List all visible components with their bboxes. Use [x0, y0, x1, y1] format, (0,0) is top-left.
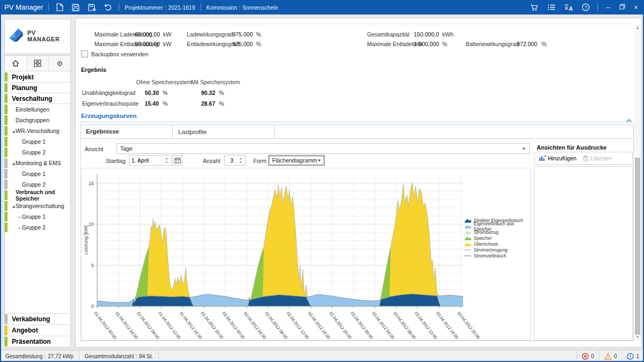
sidebar-item-angebot[interactable]: Angebot — [5, 324, 70, 336]
backupbox-checkbox-row[interactable]: Backupbox verwenden — [81, 50, 148, 57]
tree-item-verschaltung[interactable]: Verschaltung — [5, 93, 70, 104]
help-icon[interactable]: ? — [580, 3, 591, 12]
divider — [80, 122, 634, 122]
tree-item-strangverschaltung[interactable]: ◢Strangverschaltung — [5, 201, 70, 211]
field-value[interactable]: 60.000,00 — [108, 31, 160, 38]
collapse-arrow-icon[interactable]: ◢ — [11, 161, 16, 165]
undo-icon[interactable] — [103, 3, 113, 12]
tab-ergebnisse[interactable]: Ergebnisse — [80, 125, 173, 138]
warning-count: 0 — [614, 353, 617, 359]
tree-item-einstellungen[interactable]: Einstellungen — [5, 104, 70, 115]
tab-lastprofile[interactable]: Lastprofile — [173, 125, 275, 138]
module-count-cell: Gesamtmodulanzahl : 84 St. — [79, 350, 159, 362]
anzahl-spinner[interactable]: ▲▼ — [238, 157, 243, 164]
area-swatch-icon — [464, 230, 472, 235]
collapse-arrow-icon[interactable]: ◢ — [11, 129, 16, 133]
tree-item-gruppe-1[interactable]: ▷Gruppe 1 — [5, 211, 70, 222]
starttag-label: Starttag — [106, 158, 126, 164]
tree-item-verbrauch-und-speicher[interactable]: Verbrauch und Speicher — [5, 190, 70, 201]
cart-icon[interactable] — [529, 3, 539, 12]
legend-item: Stromverbrauch — [464, 253, 530, 258]
collapse-chevron-icon[interactable] — [626, 115, 632, 124]
warning-icon — [604, 353, 612, 360]
tree-item-label: Strangverschaltung — [16, 203, 64, 209]
anzahl-input[interactable]: 3 ▲▼ — [224, 155, 246, 166]
tree-item-projekt[interactable]: Projekt — [5, 72, 70, 83]
legend-label: Speicher — [474, 235, 492, 241]
status-bar: Gesamtleistung : 27,72 kWp Gesamtmodulan… — [0, 350, 644, 362]
tree-item-dachgruppen[interactable]: Dachgruppen — [5, 115, 70, 125]
tab-home[interactable] — [5, 56, 27, 71]
info-icon — [627, 353, 634, 360]
x-axis-tick-label: 01.04.2012 04:00 — [114, 311, 139, 340]
delete-view-button[interactable]: Löschen — [583, 155, 612, 161]
info-counter[interactable]: 1 — [621, 350, 644, 362]
tree-item-gruppe-2[interactable]: Gruppe 2 — [5, 147, 70, 158]
calendar-icon[interactable] — [173, 155, 182, 166]
field-value[interactable]: 975.000 — [204, 31, 253, 38]
field-value[interactable]: 975.000 — [204, 41, 253, 47]
restore-button[interactable] — [618, 4, 626, 11]
scroll-up-icon[interactable]: ▲ — [634, 25, 641, 31]
error-counter[interactable]: 0 — [576, 350, 599, 362]
expand-arrow-icon[interactable]: ▷ — [18, 226, 22, 230]
form-combobox[interactable]: Flächendiagramm ▼ — [268, 155, 325, 166]
tab-modules[interactable] — [27, 56, 49, 71]
field-unit: % — [442, 41, 447, 47]
field-value[interactable]: 150.000,0 — [387, 31, 439, 38]
collapse-arrow-icon[interactable]: ◢ — [11, 204, 16, 208]
sidebar-item-präsentation[interactable]: Präsentation — [5, 336, 70, 347]
status-indicator — [5, 190, 8, 200]
field-value[interactable]: 60.000,00 — [108, 41, 160, 47]
x-axis-tick-label: 03.04.2012 16:00 — [435, 311, 460, 340]
ansicht-combobox[interactable]: Tage ▼ — [116, 143, 530, 154]
new-document-icon[interactable] — [54, 3, 65, 12]
tree-item-gruppe-2[interactable]: Gruppe 2 — [5, 179, 70, 190]
error-icon — [582, 353, 589, 360]
form-label: Form — [253, 158, 267, 164]
print-views-list[interactable] — [534, 166, 633, 341]
legend-label: Stromverbrauch — [474, 253, 506, 258]
status-indicator — [5, 105, 8, 114]
x-axis-tick-label: 02.04.2012 00:00 — [221, 311, 246, 340]
erzeugungskurven-link[interactable]: Erzeugungskurven — [81, 113, 137, 119]
column-header-mit: Mit Speichersystem — [191, 79, 240, 85]
scroll-down-icon[interactable]: ▼ — [634, 334, 641, 341]
starttag-spinner[interactable]: ▲▼ — [164, 157, 169, 164]
status-indicator — [5, 72, 8, 82]
save-icon[interactable] — [70, 3, 81, 12]
tree-item-gruppe-2[interactable]: ▷Gruppe 2 — [5, 222, 70, 233]
result-unit: % — [219, 90, 224, 96]
field-value[interactable]: 972.000 — [484, 41, 537, 47]
tab-settings[interactable]: ⚙ — [49, 56, 70, 71]
field-value[interactable]: 1.000.000 — [387, 41, 439, 47]
expand-arrow-icon[interactable]: ▷ — [18, 215, 22, 219]
x-axis-tick-label: 03.04.2012 20:00 — [456, 311, 481, 340]
sidebar-item-verkabelung[interactable]: Verkabelung — [5, 313, 70, 324]
x-axis-tick-label: 02.04.2012 08:00 — [264, 311, 289, 340]
x-axis-tick-label: 02.04.2012 12:00 — [286, 311, 310, 340]
navigation-panel: ⚙ ProjektPlanungVerschaltungEinstellunge… — [4, 55, 71, 323]
tree-item-gruppe-1[interactable]: Gruppe 1 — [5, 136, 70, 147]
save-as-icon[interactable] — [86, 3, 97, 12]
backupbox-checkbox[interactable] — [81, 50, 88, 57]
sidebar: PV MANAGER ⚙ ProjektPlanungVerschaltungE… — [4, 18, 71, 348]
list-icon[interactable] — [546, 3, 557, 12]
minimize-button[interactable]: – — [604, 4, 612, 11]
starttag-input[interactable]: 1. April ▲▼ — [129, 155, 172, 166]
add-view-button[interactable]: Hinzufügen — [539, 155, 576, 161]
translate-icon[interactable]: A — [563, 3, 574, 12]
column-header-ohne: Ohne Speichersystem — [136, 79, 192, 85]
tree-item-planung[interactable]: Planung — [5, 83, 70, 93]
close-button[interactable]: × — [632, 4, 640, 11]
main-panel: Maximale Ladeleistung 60.000,00 kW Ladew… — [75, 18, 642, 348]
tree-item-label: Projekt — [12, 73, 34, 81]
warning-counter[interactable]: 0 — [599, 350, 622, 362]
divider — [119, 3, 119, 11]
x-axis-tick-label: 01.04.2012 20:00 — [200, 311, 225, 340]
vertical-scrollbar[interactable]: ▲ ▼ — [634, 25, 641, 341]
tree-item-gruppe-1[interactable]: Gruppe 1 — [5, 168, 70, 179]
tree-item-monitoring-ems[interactable]: ◢Monitoring & EMS — [5, 158, 70, 168]
scrollbar-thumb[interactable] — [635, 158, 640, 335]
tree-item-wr-verschaltung[interactable]: ◢WR-Verschaltung — [5, 125, 70, 136]
